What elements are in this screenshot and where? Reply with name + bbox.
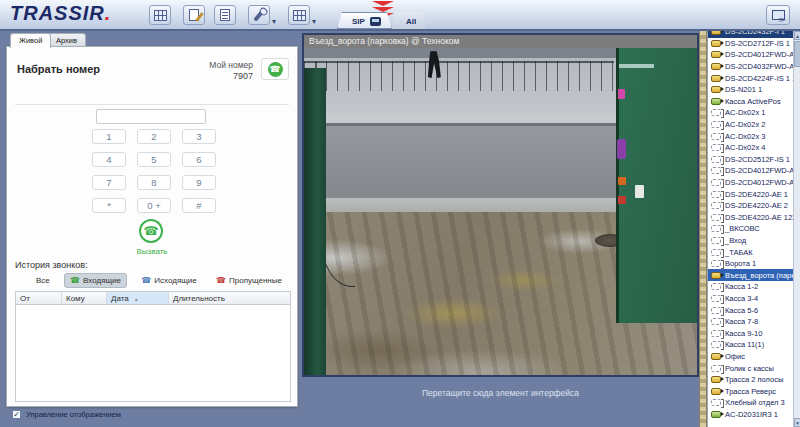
tree-item[interactable]: DS-2CD2712F-IS 1 [708,38,793,50]
monitor-grid-button[interactable] [149,5,171,25]
filter-outgoing-call[interactable]: Исходящие [136,274,201,287]
tree-item[interactable]: Хлебный отдел 3 [708,397,793,409]
tree-item[interactable]: Трасса Реверс [708,385,793,397]
keypad-key-2[interactable]: 2 [137,129,171,144]
tab-all-label: All [406,17,416,26]
tree-item[interactable]: DS-2DE4220-AE 1 [708,188,793,200]
tree-item[interactable]: AC-Dx02x 2 [708,119,793,131]
tree-item-label: Ворота 1 [725,259,756,268]
camera-video-cell[interactable]: Въезд_ворота (парковка) @ Техноком [302,33,699,377]
keypad-key-1[interactable]: 1 [92,129,126,144]
panel-splitter[interactable] [699,31,707,427]
tree-item[interactable]: DS-2DE4220-AE 123 [708,212,793,224]
tree-item-label: Касса 5-6 [725,306,758,315]
tab-archive[interactable]: Архив [47,33,86,47]
layout-templates-button[interactable] [288,5,310,25]
tab-all[interactable]: All [392,12,426,29]
channel-empty-icon [711,295,721,302]
tree-item[interactable]: Касса 11(1) [708,339,793,351]
keypad-key-4[interactable]: 4 [92,152,126,167]
red-sign [618,196,626,204]
column-header-От[interactable]: От [16,292,62,304]
edit-document-button[interactable] [183,5,205,25]
column-header-Длительность[interactable]: Длительность [169,292,290,304]
tree-item[interactable]: Трасса 2 полосы [708,374,793,386]
tree-item[interactable]: Въезд_ворота (парк [708,269,793,281]
tree-item[interactable]: Офис [708,351,793,363]
tree-item[interactable]: DS-2CD4032FWD-A 1 [708,61,793,73]
call-history-label: История звонков: [15,260,88,270]
filter-incoming-call[interactable]: Входящие [64,273,127,288]
tree-item[interactable]: Касса 7-8 [708,316,793,328]
column-header-Кому[interactable]: Кому [62,292,107,304]
keypad-key-3[interactable]: 3 [182,129,216,144]
tree-item[interactable]: Касса 5-6 [708,304,793,316]
edit-document-icon [189,9,199,21]
keypad-key-*[interactable]: * [92,198,126,213]
missed-call-icon [216,276,226,285]
tree-item[interactable]: DS-2CD4012FWD-A 2 [708,177,793,189]
layout-dropdown-caret[interactable] [312,10,316,28]
keypad-key-8[interactable]: 8 [137,175,171,190]
filter-label: Все [36,276,50,285]
layout-templates-icon [293,10,306,21]
tree-scrollbar[interactable] [793,31,800,427]
channel-empty-icon [711,167,721,174]
tree-item[interactable]: Касса 3-4 [708,293,793,305]
dial-input[interactable] [96,109,206,124]
tree-item[interactable]: _ТАБАК [708,246,793,258]
tree-item[interactable]: AC-D2031IR3 1 [708,409,793,421]
keypad-key-6[interactable]: 6 [182,152,216,167]
tree-item-label: DS-2CD4012FWD-A 1 [725,50,793,59]
tree-item-label: Хлебный отдел 3 [725,398,785,407]
call-button[interactable] [139,219,163,243]
keypad-key-0+[interactable]: 0 + [137,198,171,213]
filter-all[interactable]: Все [31,274,55,287]
my-number-call-button[interactable] [261,58,289,80]
tree-item-label: Касса ActivePos [725,97,781,106]
tree-item[interactable]: AC-Dx02x 1 [708,107,793,119]
tree-item[interactable]: Ворота 1 [708,258,793,270]
tab-live[interactable]: Живой [10,33,51,48]
tree-item[interactable]: DS-2CD2512F-IS 1 [708,154,793,166]
keypad-key-5[interactable]: 5 [137,152,171,167]
tree-item[interactable]: DS-2CD4012FWD-A 1 [708,49,793,61]
settings-dropdown-caret[interactable] [272,10,276,28]
column-header-Дата[interactable]: Дата [107,292,169,304]
tree-item[interactable]: DS-2CD4224F-IS 1 1 [708,72,793,84]
display-management-checkbox[interactable]: Управление отображением [12,410,121,419]
scrollbar-thumb[interactable] [794,41,800,67]
filter-missed-call[interactable]: Пропущенные [211,274,287,287]
tree-item-label: DS-2DE4220-AE 2 [725,201,788,210]
tree-item[interactable]: DS-2CD2432F-I 1 [708,31,793,38]
keypad-key-#[interactable]: # [182,198,216,213]
tree-item-label: Касса 11(1) [725,340,764,349]
tree-item-label: Въезд_ворота (парк [725,271,793,280]
tree-item[interactable]: DS-2CD4012FWD-A 1 [708,165,793,177]
camera-icon [711,51,721,58]
tree-item[interactable]: DS-N201 1 [708,84,793,96]
tree-item[interactable]: _ВКСОВС [708,223,793,235]
tree-item[interactable]: DS-2DE4220-AE 2 [708,200,793,212]
keypad-key-9[interactable]: 9 [182,175,216,190]
scroll-down-icon[interactable] [794,418,800,427]
tab-sip[interactable]: SIP [337,12,392,29]
tree-item[interactable]: AC-Dx02x 3 [708,130,793,142]
journal-button[interactable] [214,5,236,25]
videowall-button[interactable] [766,5,790,25]
keypad-key-7[interactable]: 7 [92,175,126,190]
tree-item[interactable]: Касса 1-2 [708,281,793,293]
scroll-up-icon[interactable] [794,31,800,40]
channel-empty-icon [711,237,721,244]
settings-wrench-button[interactable] [248,5,270,25]
tree-item-label: AC-Dx02x 1 [725,108,765,117]
tree-item[interactable]: Касса ActivePos [708,96,793,108]
tree-item[interactable]: Ролик с кассы [708,362,793,374]
tree-item-label: Касса 3-4 [725,294,758,303]
white-notice [635,185,644,198]
tree-item[interactable]: _Вход [708,235,793,247]
channel-empty-icon [711,121,721,128]
channel-empty-icon [711,214,721,221]
tree-item[interactable]: AC-Dx02x 4 [708,142,793,154]
tree-item[interactable]: Касса 9-10 [708,327,793,339]
